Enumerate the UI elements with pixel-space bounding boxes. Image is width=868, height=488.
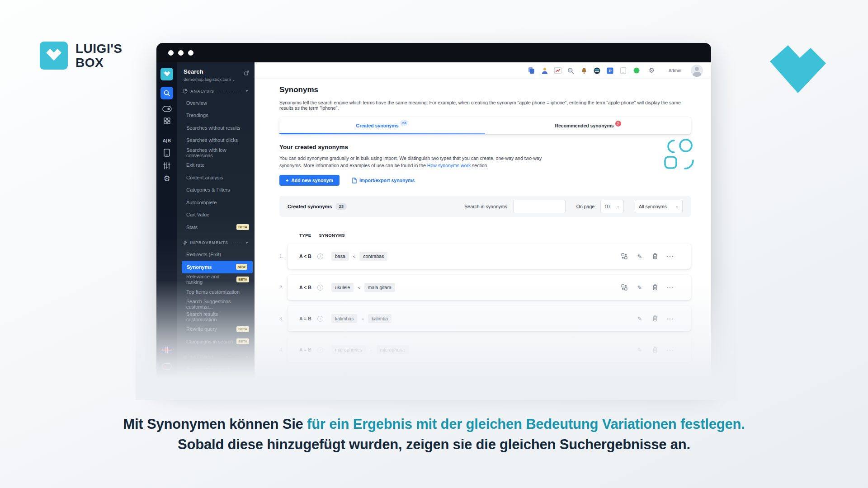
sidebar-item-synonyms[interactable]: SynonymsNEW <box>182 261 253 273</box>
sidebar-item-content-analysis[interactable]: Content analysis <box>177 171 255 184</box>
more-actions-icon[interactable]: ··· <box>667 315 674 322</box>
info-icon[interactable]: i <box>317 285 323 291</box>
nav-section-settings[interactable]: SETTINGS▼ <box>177 355 255 360</box>
window-control-dot[interactable] <box>188 50 193 56</box>
site-favicon[interactable] <box>594 67 601 74</box>
sidebar-item-cart-value[interactable]: Cart Value <box>177 209 255 221</box>
how-synonyms-work-link[interactable]: How synonyms work <box>427 163 471 168</box>
sidebar-item-search-suggestions-customization[interactable]: Search Suggestions customiza... <box>177 298 255 311</box>
rail-logo-icon[interactable] <box>160 68 173 80</box>
bell-icon[interactable] <box>580 67 588 74</box>
toolbar-settings-icon[interactable]: ⚙ <box>648 67 656 74</box>
nav-section-analysis[interactable]: ANALYSIS▼ <box>177 89 255 94</box>
edit-icon[interactable]: ✎ <box>637 284 643 291</box>
sidebar-item-overview[interactable]: Overview <box>177 97 255 109</box>
table-row: 2. A < B i ukulele < mala gitara ✎ · <box>279 275 691 300</box>
info-icon[interactable]: i <box>317 316 323 322</box>
tab-recommended-synonyms[interactable]: Recommended synonyms 7 <box>485 117 691 134</box>
user-icon[interactable] <box>541 67 548 74</box>
top-toolbar: P ⚙ Admin <box>255 62 711 79</box>
brand-line2: BOX <box>75 56 123 70</box>
rail-toggle-icon[interactable] <box>162 106 172 112</box>
synonym-operator: = <box>361 316 364 321</box>
more-actions-icon[interactable]: ··· <box>667 253 674 259</box>
active-tab-underline <box>279 133 485 134</box>
sidebar-item-autocomplete[interactable]: Autocomplete <box>177 196 255 209</box>
info-icon[interactable]: i <box>317 347 323 353</box>
sidebar-item-stats[interactable]: StatsBETA <box>177 221 255 234</box>
external-link-icon[interactable] <box>244 69 249 77</box>
sidebar-item-redirects-fixit[interactable]: Redirects (Fixit) <box>177 249 255 261</box>
record-toggle-icon[interactable] <box>162 363 172 370</box>
rail-book-icon[interactable] <box>164 149 170 157</box>
info-icon[interactable]: i <box>317 378 323 380</box>
sidebar-item-rewrite-query[interactable]: Rewrite queryBETA <box>177 323 255 336</box>
col-synonyms: SYNONYMS <box>319 233 345 238</box>
avatar[interactable] <box>691 65 703 77</box>
table-row: 3. A = B i kalimbas = kalimba ✎ ··· <box>279 306 691 331</box>
rail-settings-icon[interactable]: ⚙ <box>163 175 170 183</box>
table-row: 5. A = B i guitars = guitar ✎ ··· <box>279 368 691 380</box>
sidebar-item-exit-rate[interactable]: Exit rate <box>177 159 255 172</box>
pie-chart-icon <box>183 89 188 94</box>
window-control-dot[interactable] <box>168 50 174 56</box>
nav-section-improvements[interactable]: IMPROVEMENTS▼ <box>177 240 255 245</box>
status-dot-icon[interactable] <box>633 67 640 74</box>
row-number: 4. <box>279 347 288 352</box>
sidebar-domain-selector[interactable]: demoshop.luigisbox.com⌄ <box>184 77 248 82</box>
search-in-synonyms-input[interactable] <box>513 200 566 213</box>
chart-icon[interactable] <box>554 67 561 74</box>
sidebar-item-search-results-customization[interactable]: Search results customization <box>177 310 255 323</box>
add-new-synonym-button[interactable]: + Add new synonym <box>279 175 340 186</box>
edit-icon[interactable]: ✎ <box>637 315 643 322</box>
more-actions-icon[interactable]: ··· <box>667 284 674 291</box>
notebook-icon[interactable] <box>620 67 627 74</box>
sidebar-item-categories-filters[interactable]: Categories & Filters <box>177 184 255 197</box>
window-control-dot[interactable] <box>178 50 184 56</box>
edit-icon[interactable]: ✎ <box>637 253 643 259</box>
rail-ab-test-icon[interactable]: A|B <box>163 138 171 143</box>
sidebar-item-autocomplete-setup[interactable]: Autocomplete setup <box>177 363 255 375</box>
synonym-term-a: guitars <box>331 376 353 380</box>
delete-icon[interactable] <box>652 284 658 291</box>
preview-swap-icon[interactable] <box>621 253 627 259</box>
sidebar-item-search-setup[interactable]: Search setup <box>177 375 255 380</box>
synonym-type-select[interactable]: All synonyms⌄ <box>635 200 683 213</box>
product-p-icon[interactable]: P <box>607 67 614 74</box>
chevron-down-icon: ⌄ <box>617 204 620 208</box>
edit-icon[interactable]: ✎ <box>637 378 643 380</box>
language-flag-icon[interactable] <box>162 347 172 353</box>
caption-line1: Mit Synonymen können Sie für ein Ergebni… <box>0 414 868 434</box>
file-icon <box>352 178 357 183</box>
row-number: 5. <box>279 378 288 380</box>
tab-created-synonyms[interactable]: Created synonyms 23 <box>279 117 485 134</box>
sidebar-item-searches-without-clicks[interactable]: Searches without clicks <box>177 134 255 147</box>
sidebar-item-trendings[interactable]: Trendings <box>177 109 255 122</box>
more-actions-icon[interactable]: ··· <box>667 347 674 353</box>
delete-icon[interactable] <box>652 347 658 353</box>
synonym-term-b: kalimba <box>368 314 392 323</box>
delete-icon[interactable] <box>652 378 658 380</box>
synonym-operator: < <box>353 254 356 259</box>
import-export-button[interactable]: Import/export synonyms <box>352 178 415 183</box>
sidebar-item-relevance-ranking[interactable]: Relevance and rankingBETA <box>177 273 255 286</box>
more-actions-icon[interactable]: ··· <box>667 378 674 380</box>
info-icon[interactable]: i <box>317 253 323 259</box>
preview-swap-icon[interactable] <box>621 284 627 291</box>
delete-icon[interactable] <box>652 253 658 259</box>
magnifier-icon[interactable] <box>567 67 575 74</box>
section-body: You can add synonyms gradually or in bul… <box>279 155 554 169</box>
main-panel: P ⚙ Admin Synonyms Synonyms tell the sea… <box>255 62 711 380</box>
edit-icon[interactable]: ✎ <box>637 347 643 353</box>
copy-icon[interactable] <box>528 67 535 74</box>
sidebar-item-campaigns-in-search[interactable]: Campaigns in searchBETA <box>177 335 255 348</box>
sidebar-item-top-items-customization[interactable]: Top Items customization <box>177 286 255 298</box>
on-page-select[interactable]: 10⌄ <box>600 200 624 213</box>
app-window: A|B ⚙ Search demoshop.luigisbox.com⌄ <box>156 43 711 380</box>
rail-grid-icon[interactable] <box>164 117 170 124</box>
rail-filters-icon[interactable] <box>163 162 170 169</box>
rail-search-icon[interactable] <box>160 87 173 99</box>
delete-icon[interactable] <box>652 315 658 322</box>
sidebar-item-searches-without-results[interactable]: Searches without results <box>177 122 255 134</box>
sidebar-item-searches-low-conversions[interactable]: Searches with low conversions <box>177 146 255 159</box>
